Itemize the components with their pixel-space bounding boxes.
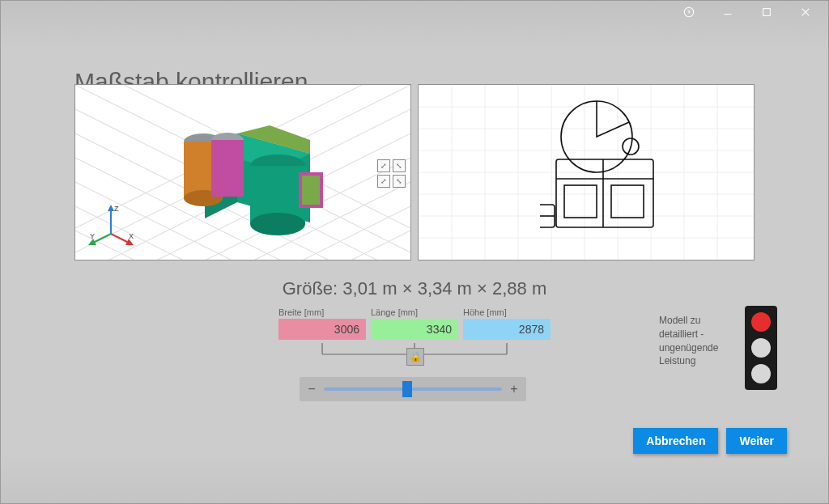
drawing-2d (540, 98, 678, 252)
svg-rect-28 (302, 176, 320, 205)
slider-minus-icon[interactable]: − (300, 382, 324, 396)
svg-marker-36 (108, 205, 114, 211)
svg-text:X: X (129, 232, 134, 240)
axis-gizmo: Z X Y (87, 203, 135, 252)
dim-laenge: Länge [mm] 3340 (371, 307, 458, 340)
svg-text:Z: Z (114, 205, 119, 213)
size-line: Größe: 3,01 m × 3,34 m × 2,88 m (0, 278, 829, 299)
dim-breite-input[interactable]: 3006 (278, 319, 366, 340)
scale-slider[interactable]: − + (300, 377, 526, 401)
svg-rect-2 (763, 9, 771, 16)
svg-point-26 (250, 213, 305, 235)
slider-track[interactable] (324, 388, 502, 391)
traffic-green (751, 364, 771, 383)
dim-laenge-input[interactable]: 3340 (371, 319, 458, 340)
maximize-icon[interactable] (759, 5, 774, 19)
zoom-in-icon[interactable]: ⤢ (377, 175, 390, 188)
dimension-row: Breite [mm] 3006 Länge [mm] 3340 Höhe [m… (278, 307, 551, 340)
svg-rect-64 (564, 185, 597, 218)
footer-buttons: Abbrechen Weiter (633, 428, 787, 454)
view-3d[interactable]: Z X Y ⤢ ⤡ ⤢ ⤡ (74, 84, 411, 260)
model-3d (172, 109, 351, 247)
dim-breite: Breite [mm] 3006 (278, 307, 366, 340)
close-icon[interactable] (798, 5, 813, 19)
svg-text:Y: Y (90, 232, 95, 240)
zoom-extents-icon[interactable]: ⤢ (377, 159, 390, 172)
view-zoom-controls: ⤢ ⤡ ⤢ ⤡ (377, 159, 406, 188)
zoom-out-icon[interactable]: ⤡ (393, 175, 406, 188)
views-row: Z X Y ⤢ ⤡ ⤢ ⤡ (74, 84, 755, 260)
cancel-button[interactable]: Abbrechen (633, 428, 718, 454)
help-icon[interactable] (682, 5, 696, 19)
svg-point-0 (684, 7, 693, 16)
lock-connector: 🔒 (278, 343, 551, 366)
dim-hoehe-label: Höhe [mm] (463, 307, 551, 317)
dim-laenge-label: Länge [mm] (371, 307, 458, 317)
minimize-icon[interactable] (721, 5, 735, 19)
traffic-red (751, 312, 771, 332)
dim-hoehe: Höhe [mm] 2878 (463, 307, 551, 340)
dim-hoehe-input[interactable]: 2878 (463, 319, 551, 340)
zoom-fit-icon[interactable]: ⤡ (393, 159, 406, 172)
slider-plus-icon[interactable]: + (502, 382, 526, 396)
titlebar (682, 0, 829, 24)
traffic-light (745, 306, 777, 390)
lock-icon[interactable]: 🔒 (406, 348, 424, 366)
status-text: Modell zu detailliert - ungenügende Leis… (659, 314, 732, 368)
svg-rect-33 (211, 140, 244, 197)
dim-breite-label: Breite [mm] (278, 307, 366, 317)
view-2d[interactable] (418, 84, 755, 260)
slider-thumb[interactable] (402, 381, 412, 397)
svg-rect-65 (611, 185, 644, 218)
traffic-yellow (751, 338, 771, 358)
dialog-window: Maßstab kontrollieren (0, 0, 829, 504)
next-button[interactable]: Weiter (726, 428, 787, 454)
